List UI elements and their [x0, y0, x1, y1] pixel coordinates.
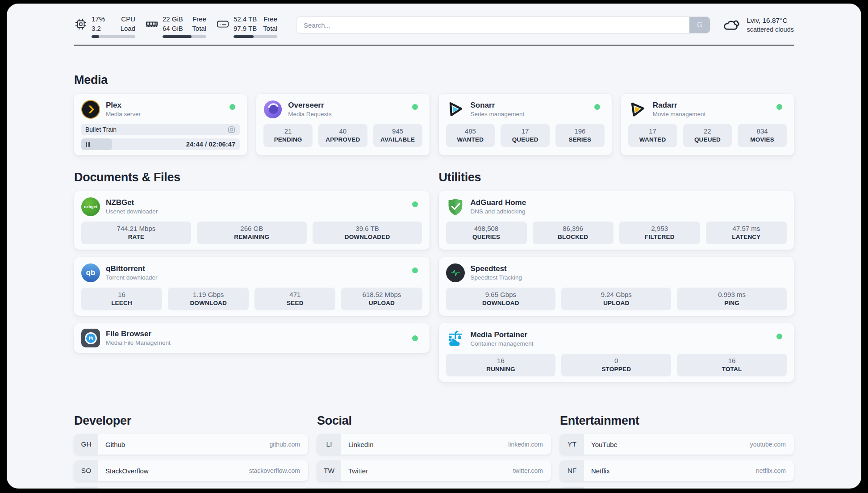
bookmark-name: Twitter	[341, 460, 368, 481]
app-card-portainer[interactable]: Media Portainer Container management 16R…	[439, 323, 794, 382]
stat-movies: 834MOVIES	[738, 124, 787, 147]
memory-label-top: Free	[192, 14, 206, 24]
app-name: Radarr	[653, 100, 706, 110]
app-subtitle: Media File Management	[106, 339, 171, 347]
bookmarks-entertainment: Entertainment YT YouTube youtube.com NF …	[560, 414, 794, 489]
qbittorrent-icon: qb	[81, 263, 100, 282]
stat-running: 16RUNNING	[446, 354, 556, 376]
playback-progress-row: 24:44 / 02:06:47	[81, 138, 240, 150]
app-card-sonarr[interactable]: Sonarr Series management 485WANTED 17QUE…	[439, 94, 612, 155]
now-playing-row: Bullet Train	[81, 124, 240, 135]
stat-filtered: 2,953FILTERED	[619, 221, 700, 244]
documents-column: Documents & Files nzbget NZBGet Usenet d…	[74, 171, 430, 382]
search-engine-button[interactable]: G	[689, 17, 710, 33]
bookmark-name: StackOverflow	[98, 460, 149, 481]
stat-download: 1.19 GbpsDOWNLOAD	[168, 288, 249, 310]
bookmark-url: netflix.com	[756, 460, 794, 481]
app-card-filebrowser[interactable]: File Browser Media File Management	[74, 323, 430, 353]
memory-progress-fill	[163, 35, 192, 38]
bookmark-link-github[interactable]: GH Github github.com	[74, 434, 308, 455]
status-online-dot	[230, 104, 235, 110]
memory-progress-track	[163, 35, 206, 38]
stat-leech: 16LEECH	[81, 288, 162, 310]
app-name: Speedtest	[471, 264, 522, 273]
disk-icon	[216, 17, 230, 31]
portainer-icon	[446, 330, 465, 348]
disk-total: 97.9 TB	[234, 24, 257, 33]
app-subtitle: Speedtest Tracking	[471, 274, 522, 282]
cpu-progress-track	[92, 35, 135, 38]
bookmark-abbr: RE	[560, 487, 584, 489]
bookmark-link-dev[interactable]: DT DEV dev.to	[74, 487, 308, 489]
top-bar: 17%CPU 3.2Load 22 GiBFree 64 GiBTotal	[74, 14, 794, 38]
bookmark-abbr: GH	[74, 434, 98, 455]
section-title-documents: Documents & Files	[74, 171, 430, 184]
stat-pending: 21PENDING	[263, 124, 313, 147]
stat-stopped: 0STOPPED	[561, 354, 671, 376]
memory-label-bottom: Total	[192, 24, 206, 33]
memory-free: 22 GiB	[163, 14, 183, 24]
header-divider	[74, 45, 794, 46]
app-subtitle: Series management	[471, 111, 525, 118]
app-subtitle: DNS and adblocking	[471, 208, 526, 216]
bookmark-url: twitter.com	[513, 460, 551, 481]
viewfinder-icon[interactable]	[227, 125, 236, 134]
app-card-qbittorrent[interactable]: qb qBittorrent Torrent downloader 16LEEC…	[74, 257, 430, 316]
app-card-adguard[interactable]: AdGuard Home DNS and adblocking 498,508Q…	[439, 191, 794, 250]
playback-time: 24:44 / 02:06:47	[186, 141, 240, 148]
stat-seed: 471SEED	[255, 288, 335, 310]
stat-approved: 40APPROVED	[318, 124, 367, 147]
bookmarks-social: Social LI LinkedIn linkedin.com TW Twitt…	[317, 414, 551, 489]
app-card-nzbget[interactable]: nzbget NZBGet Usenet downloader 744.21 M…	[74, 191, 430, 250]
bookmark-name: DEV	[98, 487, 119, 489]
stat-queued: 22QUEUED	[683, 124, 732, 147]
bookmark-name: YouTube	[584, 434, 618, 455]
app-name: qBittorrent	[106, 264, 158, 273]
bookmark-abbr: YT	[560, 434, 584, 455]
stat-wanted: 17WANTED	[628, 124, 677, 147]
pause-icon[interactable]	[86, 142, 90, 147]
app-name: Media Portainer	[471, 330, 534, 339]
cloud-icon	[722, 17, 741, 33]
app-card-speedtest[interactable]: Speedtest Speedtest Tracking 9.65 GbpsDO…	[439, 257, 794, 316]
app-card-radarr[interactable]: Radarr Movie management 17WANTED 22QUEUE…	[621, 94, 794, 155]
app-name: Sonarr	[471, 100, 525, 110]
bookmark-url: linkedin.com	[508, 434, 551, 455]
stat-series: 196SERIES	[555, 124, 605, 147]
weather-location-temp: Lviv, 16.87°C	[747, 16, 794, 25]
bookmark-link-linkedin[interactable]: LI LinkedIn linkedin.com	[317, 434, 551, 455]
media-grid: Plex Media server Bullet Train 24:44 / 0…	[74, 94, 794, 155]
disk-progress-track	[234, 35, 277, 38]
bookmark-name: LinkedIn	[341, 434, 374, 455]
status-online-dot	[776, 104, 782, 110]
bookmark-url: reddit.com	[757, 487, 794, 489]
stat-download: 9.65 GbpsDOWNLOAD	[446, 288, 556, 310]
bookmark-link-reddit[interactable]: RE Reddit reddit.com	[560, 487, 794, 489]
memory-widget: 22 GiBFree 64 GiBTotal	[145, 14, 206, 38]
cpu-load: 3.2	[92, 24, 101, 33]
search-input[interactable]	[296, 17, 689, 33]
section-title-developer: Developer	[74, 414, 308, 428]
filebrowser-icon	[81, 329, 100, 347]
status-online-dot	[412, 104, 418, 110]
cpu-usage: 17%	[92, 14, 105, 24]
stat-ping: 0.993 msPING	[677, 288, 787, 310]
now-playing-title: Bullet Train	[85, 126, 117, 133]
cpu-icon	[74, 17, 88, 31]
app-subtitle: Usenet downloader	[106, 208, 158, 216]
bookmark-abbr: TW	[317, 460, 341, 481]
bookmark-link-netflix[interactable]: NF Netflix netflix.com	[560, 460, 794, 481]
bookmark-link-youtube[interactable]: YT YouTube youtube.com	[560, 434, 794, 455]
memory-total: 64 GiB	[163, 24, 183, 33]
stat-queries: 498,508QUERIES	[446, 221, 527, 244]
app-subtitle: Media Requests	[288, 111, 332, 118]
stat-rate: 744.21 MbpsRATE	[81, 221, 191, 244]
disk-widget: 52.4 TBFree 97.9 TBTotal	[216, 14, 277, 38]
bookmark-name: Github	[98, 434, 125, 455]
app-card-plex[interactable]: Plex Media server Bullet Train 24:44 / 0…	[74, 94, 247, 155]
app-card-overseerr[interactable]: Overseerr Media Requests 21PENDING 40APP…	[256, 94, 429, 155]
bookmark-link-twitter[interactable]: TW Twitter twitter.com	[317, 460, 551, 481]
app-subtitle: Movie management	[653, 111, 706, 118]
bookmark-link-stackoverflow[interactable]: SO StackOverflow stackoverflow.com	[74, 460, 308, 481]
status-online-dot	[412, 201, 418, 207]
